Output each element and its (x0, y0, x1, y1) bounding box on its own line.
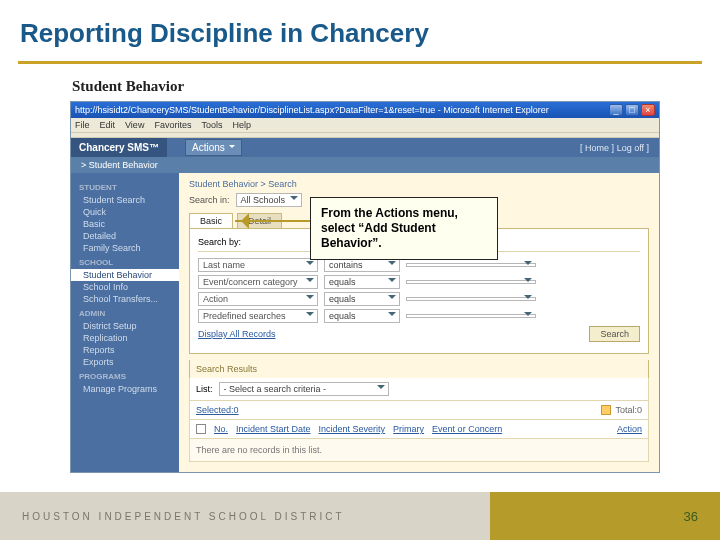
browser-title-text: http://hsisidt2/ChancerySMS/StudentBehav… (75, 105, 609, 115)
selection-row: Selected:0 Total:0 (189, 401, 649, 420)
browser-menubar: File Edit View Favorites Tools Help (71, 118, 659, 132)
sidebar-item-school-info[interactable]: School Info (71, 281, 179, 293)
menu-favorites[interactable]: Favorites (154, 120, 191, 130)
browser-titlebar: http://hsisidt2/ChancerySMS/StudentBehav… (71, 102, 659, 118)
logoff-link[interactable]: Log off ] (617, 143, 649, 153)
val-predefined[interactable] (406, 314, 536, 318)
col-start-date[interactable]: Incident Start Date (236, 424, 311, 434)
list-selector-row: List: - Select a search criteria - (189, 378, 649, 401)
document-icon (601, 405, 611, 415)
section-label: Student Behavior (0, 74, 720, 101)
op-lastname[interactable]: contains (324, 258, 400, 272)
results-columns: No. Incident Start Date Incident Severit… (189, 420, 649, 439)
op-event-category[interactable]: equals (324, 275, 400, 289)
app-header: Chancery SMS™ Actions [ Home ] Log off ] (71, 138, 659, 157)
sidebar-group-student: STUDENT (71, 179, 179, 194)
slide-footer: HOUSTON INDEPENDENT SCHOOL DISTRICT 36 (0, 492, 720, 540)
actions-menu-button[interactable]: Actions (185, 139, 242, 156)
total-count: Total:0 (601, 405, 642, 415)
sidebar-item-school-transfers[interactable]: School Transfers... (71, 293, 179, 305)
menu-help[interactable]: Help (232, 120, 251, 130)
val-lastname[interactable] (406, 263, 536, 267)
search-in-select[interactable]: All Schools (236, 193, 303, 207)
app-links: [ Home ] Log off ] (570, 143, 659, 153)
window-buttons: _ □ × (609, 104, 655, 116)
callout-box: From the Actions menu, select “Add Stude… (310, 197, 498, 260)
close-icon[interactable]: × (641, 104, 655, 116)
no-records-msg: There are no records in this list. (189, 439, 649, 462)
selected-link[interactable]: Selected:0 (196, 405, 239, 415)
sidebar-item-district-setup[interactable]: District Setup (71, 320, 179, 332)
menu-tools[interactable]: Tools (201, 120, 222, 130)
col-no[interactable]: No. (214, 424, 228, 434)
footer-brand: HOUSTON INDEPENDENT SCHOOL DISTRICT (0, 511, 345, 522)
val-action[interactable] (406, 297, 536, 301)
sidebar-item-basic[interactable]: Basic (71, 218, 179, 230)
total-label: Total:0 (615, 405, 642, 415)
actions-label: Actions (192, 142, 225, 153)
sidebar: STUDENT Student Search Quick Basic Detai… (71, 173, 179, 472)
sidebar-item-quick[interactable]: Quick (71, 206, 179, 218)
display-all-link[interactable]: Display All Records (198, 329, 276, 339)
op-action[interactable]: equals (324, 292, 400, 306)
home-link[interactable]: [ Home ] (580, 143, 614, 153)
sidebar-item-family-search[interactable]: Family Search (71, 242, 179, 254)
app-breadcrumb: > Student Behavior (71, 157, 659, 173)
field-event-category[interactable]: Event/concern category (198, 275, 318, 289)
search-in-label: Search in: (189, 195, 230, 205)
results-header: Search Results (189, 360, 649, 378)
app-logo: Chancery SMS™ (71, 138, 167, 157)
sidebar-group-admin: ADMIN (71, 305, 179, 320)
callout-arrow (235, 210, 313, 232)
sidebar-item-student-behavior[interactable]: Student Behavior (71, 269, 179, 281)
col-event[interactable]: Event or Concern (432, 424, 502, 434)
sidebar-item-student-search[interactable]: Student Search (71, 194, 179, 206)
tab-basic[interactable]: Basic (189, 213, 233, 228)
sidebar-item-replication[interactable]: Replication (71, 332, 179, 344)
sidebar-item-exports[interactable]: Exports (71, 356, 179, 368)
select-all-checkbox[interactable] (196, 424, 206, 434)
page-crumb: Student Behavior > Search (189, 179, 649, 193)
sidebar-item-manage-programs[interactable]: Manage Programs (71, 383, 179, 395)
field-predefined[interactable]: Predefined searches (198, 309, 318, 323)
sidebar-group-school: SCHOOL (71, 254, 179, 269)
search-button[interactable]: Search (589, 326, 640, 342)
menu-view[interactable]: View (125, 120, 144, 130)
field-action[interactable]: Action (198, 292, 318, 306)
sidebar-item-detailed[interactable]: Detailed (71, 230, 179, 242)
menu-edit[interactable]: Edit (100, 120, 116, 130)
field-lastname[interactable]: Last name (198, 258, 318, 272)
list-label: List: (196, 384, 213, 394)
chevron-down-icon (229, 145, 235, 151)
menu-file[interactable]: File (75, 120, 90, 130)
op-predefined[interactable]: equals (324, 309, 400, 323)
page-number: 36 (684, 509, 720, 524)
col-severity[interactable]: Incident Severity (319, 424, 386, 434)
col-action[interactable]: Action (617, 424, 642, 434)
browser-window: http://hsisidt2/ChancerySMS/StudentBehav… (70, 101, 660, 473)
slide-title: Reporting Discipline in Chancery (0, 0, 720, 57)
sidebar-group-programs: PROGRAMS (71, 368, 179, 383)
val-event-category[interactable] (406, 280, 536, 284)
list-select[interactable]: - Select a search criteria - (219, 382, 389, 396)
col-primary[interactable]: Primary (393, 424, 424, 434)
minimize-icon[interactable]: _ (609, 104, 623, 116)
maximize-icon[interactable]: □ (625, 104, 639, 116)
sidebar-item-reports[interactable]: Reports (71, 344, 179, 356)
title-rule (18, 61, 702, 64)
